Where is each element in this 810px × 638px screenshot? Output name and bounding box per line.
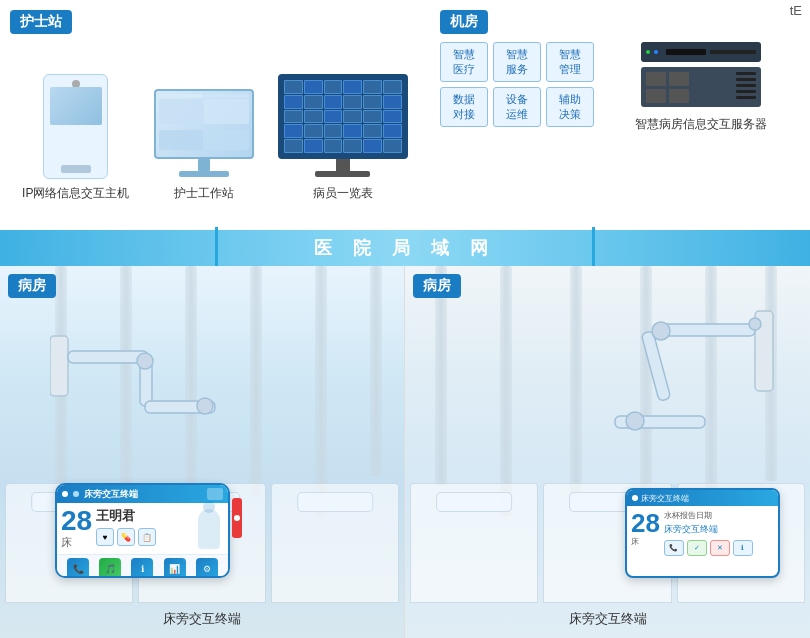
vent-line-1: [736, 72, 756, 75]
ip-machine-item: IP网络信息交互主机: [22, 74, 129, 202]
terminal-right-screen: 床旁交互终端 28 床 水杯报告日期 床旁交互终端 📞 ✓ ✕: [625, 488, 780, 578]
ward-panel-left: 病房 床旁交互: [0, 266, 405, 638]
svg-rect-1: [68, 351, 148, 363]
bed-left-3: [271, 483, 399, 603]
rt-button-row: 📞 ✓ ✕ ℹ: [664, 540, 774, 556]
drive-bay-1: [646, 72, 666, 86]
grid-cell-16: [343, 110, 362, 124]
svg-point-11: [626, 412, 644, 430]
ward-left-badge: 病房: [8, 274, 56, 298]
bottom-section: 病房 床旁交互: [0, 266, 810, 638]
terminal-header-text: 床旁交互终端: [84, 488, 138, 501]
server-label: 智慧病房信息交互服务器: [635, 116, 767, 133]
terminal-header-dot-1: [62, 491, 68, 497]
network-bar: 医 院 局 域 网: [0, 230, 810, 266]
terminal-patient-name: 王明君: [96, 507, 190, 525]
server-illustration: 智慧病房信息交互服务器: [635, 42, 767, 133]
server-slot-1: [666, 49, 706, 55]
grid-cell-27: [324, 139, 343, 153]
nurse-workstation-label: 护士工作站: [174, 185, 234, 202]
service-tag-1: 智慧服务: [493, 42, 541, 82]
divider-r2: [500, 266, 512, 516]
patient-silhouette: [194, 507, 224, 550]
screen-block-1: [159, 94, 204, 98]
terminal-left-num-label: 床: [61, 535, 92, 550]
server-drive-bays: [646, 72, 689, 103]
grid-cell-28: [343, 139, 362, 153]
svg-point-12: [749, 318, 761, 330]
terminal-icon-1[interactable]: ♥: [96, 528, 114, 546]
emergency-button[interactable]: [232, 498, 242, 538]
arm-left-container: [50, 326, 250, 450]
nurse-station-badge-row: 护士站: [10, 10, 420, 34]
drive-bay-3: [646, 89, 666, 103]
patient-list-label: 病员一览表: [313, 185, 373, 202]
terminal-right-header: 床旁交互终端: [627, 490, 778, 506]
terminal-right-info: 水杯报告日期 床旁交互终端 📞 ✓ ✕ ℹ: [664, 510, 774, 556]
nurse-monitor-screen: [154, 89, 254, 159]
rt-info-row-1: 水杯报告日期: [664, 510, 774, 521]
connect-line-left: [215, 230, 218, 266]
ward-left-badge-overlay: 病房: [8, 274, 56, 298]
tb-icon-1[interactable]: 📞: [67, 558, 89, 578]
grid-cell-19: [284, 124, 303, 138]
nurse-workstation-item: 护士工作站: [154, 89, 254, 202]
terminal-icon-3[interactable]: 📋: [138, 528, 156, 546]
service-tag-0: 智慧医疗: [440, 42, 488, 82]
network-label: 医 院 局 域 网: [314, 236, 496, 260]
rt-btn-green[interactable]: ✓: [687, 540, 707, 556]
service-tags-container: 智慧医疗 智慧服务 智慧管理 数据对接 设备运维 辅助决策: [440, 42, 620, 127]
bed-pillow-3: [297, 492, 373, 512]
server-bar-1: [710, 50, 756, 54]
terminal-icon-2[interactable]: 💊: [117, 528, 135, 546]
nurse-station-panel: 护士站 IP网络信息交互主机: [0, 0, 430, 230]
terminal-bottom-icons: 📞 🎵 ℹ 📊 ⚙: [57, 554, 228, 578]
server-led-1: [646, 50, 650, 54]
arm-right-container: [555, 306, 775, 490]
grid-cell-14: [304, 110, 323, 124]
server-led-2: [654, 50, 658, 54]
nurse-station-badge: 护士站: [10, 10, 72, 34]
machine-room-content: 智慧医疗 智慧服务 智慧管理 数据对接 设备运维 辅助决策: [440, 42, 800, 133]
tb-icon-3[interactable]: ℹ: [131, 558, 153, 578]
tb-icon-4[interactable]: 📊: [164, 558, 186, 578]
drive-bay-2: [669, 72, 689, 86]
terminal-left-screen: 床旁交互终端 28 床 王明君 ♥ 💊 📋: [55, 483, 230, 578]
grid-cell-4: [343, 80, 362, 94]
divider-r1: [435, 266, 447, 486]
drive-bay-4: [669, 89, 689, 103]
vent-line-3: [736, 84, 756, 87]
rt-btn-info[interactable]: ℹ: [733, 540, 753, 556]
grid-cell-10: [343, 95, 362, 109]
grid-cell-17: [363, 110, 382, 124]
vent-line-4: [736, 90, 756, 93]
screen-block-3: [159, 99, 204, 124]
terminal-left-bed-num: 28: [61, 507, 92, 535]
patient-list-grid: [280, 76, 406, 157]
service-tag-3: 数据对接: [440, 87, 488, 127]
monitor-base: [179, 171, 229, 177]
rt-num-area: 28 床: [631, 510, 660, 547]
terminal-left: 床旁交互终端 28 床 王明君 ♥ 💊 📋: [55, 483, 230, 578]
silhouette-body: [198, 509, 220, 549]
patient-list-item: 病员一览表: [278, 74, 408, 202]
terminal-left-header: 床旁交互终端: [57, 485, 228, 503]
tb-icon-5[interactable]: ⚙: [196, 558, 218, 578]
grid-cell-24: [383, 124, 402, 138]
tb-icon-2[interactable]: 🎵: [99, 558, 121, 578]
nurse-screen-content: [156, 91, 252, 157]
grid-cell-23: [363, 124, 382, 138]
rt-btn-call[interactable]: 📞: [664, 540, 684, 556]
terminal-icons-row: ♥ 💊 📋: [96, 528, 190, 546]
rt-btn-red[interactable]: ✕: [710, 540, 730, 556]
arm-right-svg: [555, 306, 775, 486]
ward-panel-right: 病房 床旁交互终端: [405, 266, 810, 638]
monitor-stand: [198, 159, 210, 171]
grid-cell-22: [343, 124, 362, 138]
grid-cell-2: [304, 80, 323, 94]
bed-right-1: [410, 483, 538, 603]
grid-cell-20: [304, 124, 323, 138]
divider-5: [315, 266, 327, 516]
service-tag-5: 辅助决策: [546, 87, 594, 127]
ip-machine-label: IP网络信息交互主机: [22, 185, 129, 202]
